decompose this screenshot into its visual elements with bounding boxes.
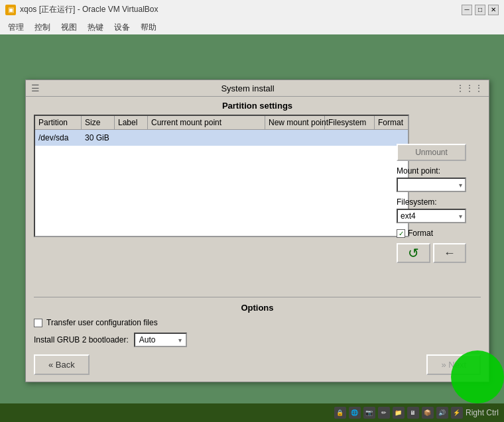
taskbar-icon-2[interactable]: 🌐 bbox=[349, 407, 361, 419]
dialog-titlebar: ☰ System install ⋮⋮⋮ bbox=[26, 80, 489, 97]
title-bar-left: ▣ xqos [正在运行] - Oracle VM VirtualBox bbox=[5, 4, 158, 15]
menu-bar: 管理 控制 视图 热键 设备 帮助 bbox=[0, 19, 504, 36]
section-title: Partition settings bbox=[26, 97, 489, 115]
filesystem-arrow: ▾ bbox=[459, 213, 462, 220]
grub-row: Install GRUB 2 bootloader: Auto ▾ bbox=[34, 333, 481, 347]
col-label: Label bbox=[115, 116, 148, 129]
options-title: Options bbox=[34, 303, 481, 313]
window-controls[interactable]: ─ □ ✕ bbox=[462, 5, 499, 15]
app-icon: ▣ bbox=[5, 5, 16, 15]
table-row[interactable]: /dev/sda 30 GiB bbox=[35, 130, 408, 146]
filesystem-dropdown[interactable]: ext4 ▾ bbox=[397, 209, 466, 223]
col-format: Format bbox=[375, 116, 408, 129]
cell-partition: /dev/sda bbox=[35, 132, 82, 144]
refresh-button[interactable]: ↺ bbox=[397, 243, 430, 263]
grub-value: Auto bbox=[139, 335, 178, 344]
menu-manage[interactable]: 管理 bbox=[3, 21, 29, 34]
cell-new bbox=[265, 132, 325, 144]
transfer-row: Transfer user configuration files bbox=[34, 318, 481, 327]
menu-device[interactable]: 设备 bbox=[109, 21, 135, 34]
window-title: xqos [正在运行] - Oracle VM VirtualBox bbox=[20, 4, 158, 15]
bottom-nav: « Back » Next bbox=[34, 354, 481, 375]
format-row: ✓ Format bbox=[397, 229, 466, 238]
menu-help[interactable]: 帮助 bbox=[135, 21, 162, 34]
menu-view[interactable]: 视图 bbox=[56, 21, 82, 34]
right-panel: Unmount Mount point: ▾ Filesystem: ext4 … bbox=[397, 144, 466, 263]
close-button[interactable]: ✕ bbox=[488, 5, 499, 15]
format-label: Format bbox=[408, 229, 433, 238]
maximize-button[interactable]: □ bbox=[475, 5, 485, 15]
taskbar-icon-5[interactable]: 📁 bbox=[393, 407, 405, 419]
back-button[interactable]: « Back bbox=[34, 354, 90, 375]
window-chrome: ▣ xqos [正在运行] - Oracle VM VirtualBox ─ □… bbox=[0, 0, 504, 36]
col-filesystem: Filesystem bbox=[325, 116, 375, 129]
dialog-title: System install bbox=[40, 83, 456, 93]
mount-point-input[interactable]: ▾ bbox=[397, 178, 466, 192]
menu-hotkey[interactable]: 热键 bbox=[82, 21, 109, 34]
title-bar: ▣ xqos [正在运行] - Oracle VM VirtualBox ─ □… bbox=[0, 0, 504, 19]
dialog-menu-icon: ☰ bbox=[31, 83, 40, 93]
col-partition: Partition bbox=[35, 116, 82, 129]
taskbar-icon-9[interactable]: ⚡ bbox=[451, 407, 463, 419]
cell-filesystem bbox=[325, 132, 375, 144]
right-ctrl-label: Right Ctrl bbox=[466, 408, 499, 417]
undo-button[interactable]: ← bbox=[433, 243, 467, 263]
action-buttons: ↺ ← bbox=[397, 243, 466, 263]
main-area: ☰ System install ⋮⋮⋮ Partition settings … bbox=[0, 34, 504, 422]
grub-arrow: ▾ bbox=[178, 337, 182, 344]
cell-current bbox=[148, 132, 265, 144]
cell-size: 30 GiB bbox=[82, 132, 115, 144]
grub-label: Install GRUB 2 bootloader: bbox=[34, 335, 129, 344]
taskbar-icon-1[interactable]: 🔒 bbox=[334, 407, 346, 419]
grub-dropdown[interactable]: Auto ▾ bbox=[134, 333, 187, 347]
menu-control[interactable]: 控制 bbox=[29, 21, 56, 34]
unmount-button[interactable]: Unmount bbox=[397, 144, 466, 161]
taskbar-icon-6[interactable]: 🖥 bbox=[407, 407, 419, 419]
cell-label bbox=[115, 132, 148, 144]
taskbar: 🔒 🌐 📷 ✏ 📁 🖥 📦 🔊 ⚡ Right Ctrl bbox=[0, 403, 504, 422]
filesystem-value: ext4 bbox=[401, 211, 459, 221]
col-current-mount: Current mount point bbox=[148, 116, 265, 129]
mount-point-label: Mount point: bbox=[397, 166, 466, 176]
divider bbox=[34, 297, 481, 297]
transfer-checkbox[interactable] bbox=[34, 319, 42, 327]
taskbar-icon-7[interactable]: 📦 bbox=[422, 407, 434, 419]
taskbar-icon-4[interactable]: ✏ bbox=[378, 407, 390, 419]
partition-table: Partition Size Label Current mount point… bbox=[34, 115, 409, 237]
minimize-button[interactable]: ─ bbox=[462, 5, 472, 15]
cell-format bbox=[375, 132, 408, 144]
system-install-dialog: ☰ System install ⋮⋮⋮ Partition settings … bbox=[25, 79, 489, 382]
filesystem-label: Filesystem: bbox=[397, 197, 466, 207]
dialog-dots-icon: ⋮⋮⋮ bbox=[456, 83, 483, 93]
taskbar-icon-3[interactable]: 📷 bbox=[363, 407, 375, 419]
col-new-mount: New mount point bbox=[265, 116, 325, 129]
table-header: Partition Size Label Current mount point… bbox=[35, 116, 408, 130]
mount-point-arrow: ▾ bbox=[459, 182, 462, 189]
options-section: Options Transfer user configuration file… bbox=[34, 297, 481, 347]
taskbar-icon-8[interactable]: 🔊 bbox=[436, 407, 448, 419]
col-size: Size bbox=[82, 116, 115, 129]
transfer-label: Transfer user configuration files bbox=[46, 318, 158, 327]
green-bubble-decoration bbox=[451, 350, 504, 403]
format-checkbox[interactable]: ✓ bbox=[397, 229, 405, 238]
